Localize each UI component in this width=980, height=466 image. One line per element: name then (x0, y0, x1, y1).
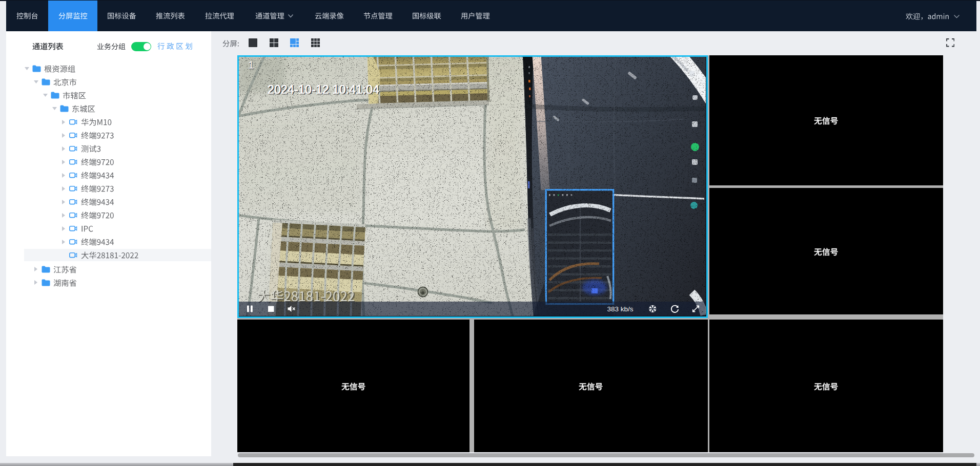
svg-text:2024-10-12 10:41:04: 2024-10-12 10:41:04 (268, 82, 379, 96)
svg-text:1: 1 (248, 59, 254, 71)
svg-text:383 kb/s: 383 kb/s (607, 305, 633, 312)
